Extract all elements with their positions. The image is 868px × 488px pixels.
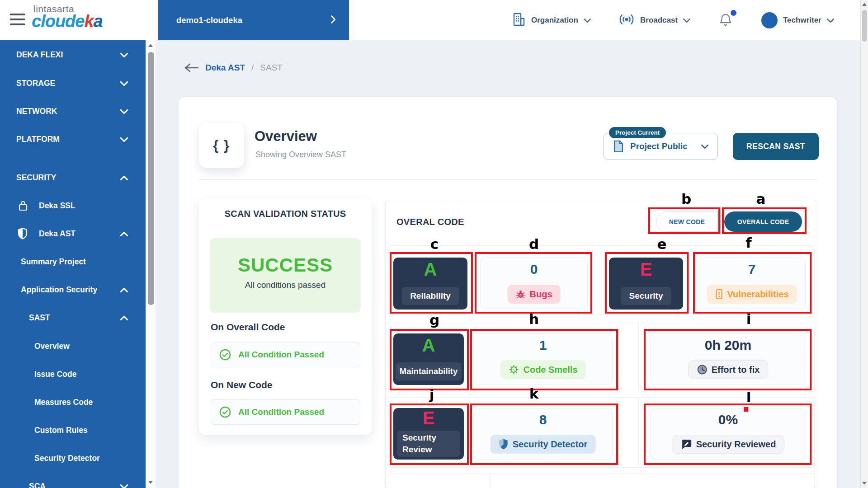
sidebar-item-deka-ssl[interactable]: Deka SSL	[0, 197, 146, 214]
page-title: Overview	[255, 128, 317, 145]
broadcast-menu[interactable]: Broadcast	[618, 0, 690, 40]
grid-divider	[638, 322, 639, 392]
annotation-box-b	[648, 207, 720, 234]
condition-status-text: All Condition Passed	[238, 407, 324, 417]
sidebar-item-issue-code[interactable]: Issue Code	[0, 366, 146, 382]
overall-code-condition-box: All Condition Passed	[211, 342, 360, 367]
sidebar-item-sca[interactable]: SCA	[0, 478, 146, 488]
breadcrumb-current: SAST	[260, 63, 283, 73]
annotation-letter-c: c	[425, 236, 443, 252]
scroll-down-arrow[interactable]	[862, 482, 867, 485]
annotation-letter-l: l	[740, 389, 758, 405]
annotation-box-j	[390, 404, 469, 465]
annotation-l-marker	[744, 407, 748, 412]
annotation-letter-b: b	[677, 191, 695, 206]
scroll-up-arrow[interactable]	[862, 3, 867, 6]
metrics-row-4-partial	[388, 473, 815, 488]
annotation-box-a	[722, 207, 807, 234]
annotation-box-f	[693, 252, 811, 314]
chevron-up-icon	[120, 285, 128, 295]
hamburger-menu-icon[interactable]	[10, 14, 25, 25]
page-subtitle: Showing Overview SAST	[255, 150, 346, 160]
top-header: lintasarta cloudeka demo1-cloudeka Organ…	[0, 0, 868, 40]
annotation-letter-h: h	[525, 311, 543, 327]
sidebar-nav: DEKA FLEXI STORAGE NETWORK PLATFORM SECU…	[0, 40, 146, 488]
sidebar-item-platform[interactable]: PLATFORM	[0, 131, 146, 147]
annotation-box-l	[644, 404, 811, 465]
annotation-box-i	[644, 329, 811, 390]
scroll-up-arrow[interactable]	[148, 44, 153, 47]
project-select-value: Project Public	[630, 141, 695, 151]
project-current-badge: Project Current	[609, 127, 666, 138]
rescan-sast-button[interactable]: RESCAN SAST	[733, 133, 819, 160]
sidebar-item-sast[interactable]: SAST	[0, 310, 146, 326]
sidebar-item-security-detector[interactable]: Security Detector	[0, 450, 146, 466]
annotation-letter-i: i	[740, 311, 758, 327]
condition-status-text: All Condition Passed	[238, 350, 324, 360]
file-icon	[613, 140, 624, 153]
page-scrollbar-thumb[interactable]	[862, 10, 867, 42]
chevron-down-icon	[584, 16, 591, 24]
chevron-right-icon	[331, 15, 335, 25]
grid-divider	[638, 397, 639, 468]
organization-menu[interactable]: Organization	[512, 0, 591, 40]
chevron-down-icon	[683, 16, 690, 24]
annotation-letter-a: a	[752, 191, 770, 206]
sidebar-item-deka-flexi[interactable]: DEKA FLEXI	[0, 47, 146, 63]
building-icon	[512, 12, 526, 28]
user-name: Techwriter	[783, 16, 821, 25]
sidebar-scrollbar-thumb[interactable]	[148, 52, 154, 305]
annotation-box-k	[470, 404, 618, 465]
annotation-letter-d: d	[525, 236, 543, 252]
annotation-box-h	[470, 329, 618, 390]
section-divider	[199, 179, 817, 180]
new-code-condition-box: All Condition Passed	[211, 399, 360, 425]
sidebar-scrollbar[interactable]	[146, 40, 156, 488]
project-switcher-label: demo1-cloudeka	[176, 15, 242, 25]
sidebar-item-overview[interactable]: Overview	[0, 338, 146, 354]
bell-icon	[719, 22, 732, 30]
project-switcher-bar[interactable]: demo1-cloudeka	[158, 0, 349, 40]
new-code-condition-heading: On New Code	[211, 380, 273, 390]
broadcast-label: Broadcast	[640, 16, 678, 25]
chevron-up-icon	[120, 173, 128, 183]
annotation-box-g	[390, 329, 469, 390]
grid-divider	[600, 245, 600, 315]
sidebar-item-deka-ast[interactable]: Deka AST	[0, 225, 146, 242]
chevron-down-icon	[827, 16, 834, 24]
overall-code-condition-heading: On Overall Code	[211, 322, 285, 333]
check-circle-icon	[219, 349, 231, 361]
annotation-letter-f: f	[740, 235, 758, 250]
sidebar-item-storage[interactable]: STORAGE	[0, 75, 146, 91]
chevron-down-icon	[120, 107, 128, 116]
sidebar-item-security[interactable]: SECURITY	[0, 169, 146, 186]
sidebar-item-application-security[interactable]: Application Security	[0, 282, 146, 298]
overall-code-title: OVERAL CODE	[396, 217, 464, 227]
shield-icon	[17, 227, 28, 242]
code-braces-icon: { }	[199, 123, 244, 168]
chevron-down-icon	[120, 50, 128, 60]
scan-status-value: SUCCESS	[210, 254, 361, 276]
broadcast-icon	[618, 13, 635, 28]
sidebar-item-custom-rules[interactable]: Custom Rules	[0, 422, 146, 438]
scan-validation-title: SCAN VALIDATION STATUS	[199, 209, 372, 219]
app-root: lintasarta cloudeka demo1-cloudeka Organ…	[0, 0, 868, 488]
breadcrumb-link-deka-ast[interactable]: Deka AST	[205, 63, 245, 73]
user-menu[interactable]: Techwriter	[761, 0, 834, 40]
grid-divider	[491, 473, 491, 488]
annotation-letter-g: g	[425, 312, 443, 328]
breadcrumb: Deka AST / SAST	[184, 62, 283, 73]
page-scrollbar[interactable]	[860, 0, 868, 488]
notification-bell[interactable]	[719, 12, 740, 30]
organization-label: Organization	[531, 16, 578, 25]
annotation-letter-j: j	[423, 387, 441, 402]
sidebar-item-summary-project[interactable]: Summary Project	[0, 253, 146, 270]
sidebar-item-measures-code[interactable]: Measures Code	[0, 394, 146, 410]
breadcrumb-separator: /	[251, 63, 254, 73]
sidebar-item-network[interactable]: NETWORK	[0, 103, 146, 119]
notification-dot	[731, 10, 736, 16]
chevron-down-icon	[120, 79, 128, 88]
back-arrow-icon[interactable]	[184, 62, 199, 73]
scroll-down-arrow[interactable]	[148, 481, 153, 484]
annotation-box-e	[605, 252, 689, 314]
